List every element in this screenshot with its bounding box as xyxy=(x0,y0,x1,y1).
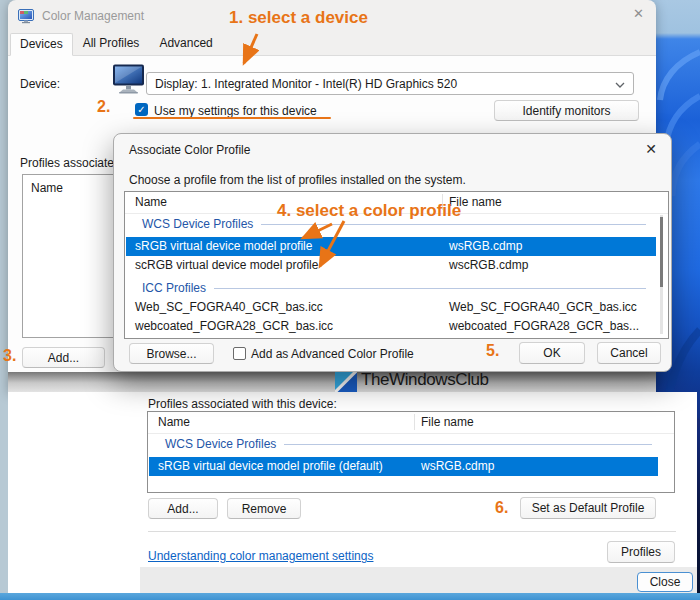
window-close-icon[interactable]: ✕ xyxy=(633,6,644,21)
bottom-blue-strip xyxy=(0,593,700,600)
tab-bar: Devices All Profiles Advanced xyxy=(10,33,223,55)
annotation-step4: 4. select a color profile xyxy=(277,201,461,221)
column-separator xyxy=(414,414,415,430)
advanced-profile-checkbox[interactable] xyxy=(233,347,246,360)
dialog-title: Associate Color Profile xyxy=(129,143,250,157)
group-header-wcs: WCS Device Profiles xyxy=(148,434,658,454)
profiles-associated-label: Profiles associated with this device: xyxy=(148,397,337,411)
dialog-instruction: Choose a profile from the list of profil… xyxy=(129,173,466,187)
group-header-icc: ICC Profiles xyxy=(125,278,652,298)
annotation-step3: 3. xyxy=(3,347,16,365)
dialog-close-icon[interactable]: ✕ xyxy=(645,141,657,157)
cancel-button[interactable]: Cancel xyxy=(597,342,661,364)
annotation-step1: 1. select a device xyxy=(229,8,368,28)
file-name-column-header[interactable]: File name xyxy=(421,415,474,429)
identify-monitors-button[interactable]: Identify monitors xyxy=(494,100,639,121)
name-column-header[interactable]: Name xyxy=(158,415,190,429)
remove-button[interactable]: Remove xyxy=(227,498,301,519)
use-settings-label: Use my settings for this device xyxy=(154,104,317,118)
watermark-text: TheWindowsClub xyxy=(361,370,489,390)
understanding-color-management-link[interactable]: Understanding color management settings xyxy=(148,549,373,563)
profile-row-srgb[interactable]: sRGB virtual device model profile wsRGB.… xyxy=(126,237,656,256)
tab-devices[interactable]: Devices xyxy=(10,33,73,56)
profiles-button[interactable]: Profiles xyxy=(607,541,675,563)
profile-row-webcoated-fogra28[interactable]: webcoated_FOGRA28_GCR_bas.icc webcoated_… xyxy=(126,317,656,336)
annotation-step5: 5. xyxy=(486,342,499,360)
screen: Color Management ✕ Devices All Profiles … xyxy=(0,0,700,600)
profile-row-scrgb[interactable]: scRGB virtual device model profile wscRG… xyxy=(126,256,656,275)
close-button[interactable]: Close xyxy=(637,572,693,592)
add-button[interactable]: Add... xyxy=(148,498,218,519)
associated-profiles-list: Name File name WCS Device Profiles sRGB … xyxy=(147,411,675,493)
name-column-header[interactable]: Name xyxy=(31,181,63,195)
divider xyxy=(148,531,676,532)
set-as-default-profile-button[interactable]: Set as Default Profile xyxy=(520,497,656,519)
annotation-underline xyxy=(133,117,331,119)
window-title: Color Management xyxy=(42,9,144,23)
annotation-step6: 6. xyxy=(495,499,508,517)
thewindowsclub-logo-icon xyxy=(335,370,357,392)
device-dropdown-value: Display: 1. Integrated Monitor - Intel(R… xyxy=(155,77,615,91)
color-management-app-icon xyxy=(18,8,34,24)
tab-all-profiles[interactable]: All Profiles xyxy=(73,32,150,55)
advanced-profile-checkbox-label: Add as Advanced Color Profile xyxy=(251,347,414,361)
profile-row-web-fogra40[interactable]: Web_SC_FOGRA40_GCR_bas.icc Web_SC_FOGRA4… xyxy=(126,298,656,317)
ok-button[interactable]: OK xyxy=(519,342,585,364)
add-button[interactable]: Add... xyxy=(22,347,105,368)
watermark-strip: TheWindowsClub xyxy=(8,372,656,392)
scrollbar-thumb[interactable] xyxy=(660,217,663,287)
profile-row-srgb-default[interactable]: sRGB virtual device model profile (defau… xyxy=(149,457,658,476)
monitor-icon xyxy=(112,64,146,94)
tab-advanced[interactable]: Advanced xyxy=(149,32,222,55)
chevron-down-icon xyxy=(615,77,625,91)
use-settings-checkbox[interactable]: ✓ xyxy=(135,103,148,116)
browse-button[interactable]: Browse... xyxy=(129,343,214,364)
dialog-footer xyxy=(140,567,697,593)
scrollbar[interactable] xyxy=(660,215,663,334)
list-header-row: Name File name xyxy=(148,412,674,434)
associate-color-profile-dialog: Associate Color Profile ✕ Choose a profi… xyxy=(113,133,672,372)
annotation-step2: 2. xyxy=(97,98,110,116)
bottom-screenshot-panel: Profiles associated with this device: Na… xyxy=(8,392,697,593)
name-column-header[interactable]: Name xyxy=(135,195,167,209)
device-dropdown[interactable]: Display: 1. Integrated Monitor - Intel(R… xyxy=(146,72,634,95)
device-label: Device: xyxy=(20,77,60,91)
